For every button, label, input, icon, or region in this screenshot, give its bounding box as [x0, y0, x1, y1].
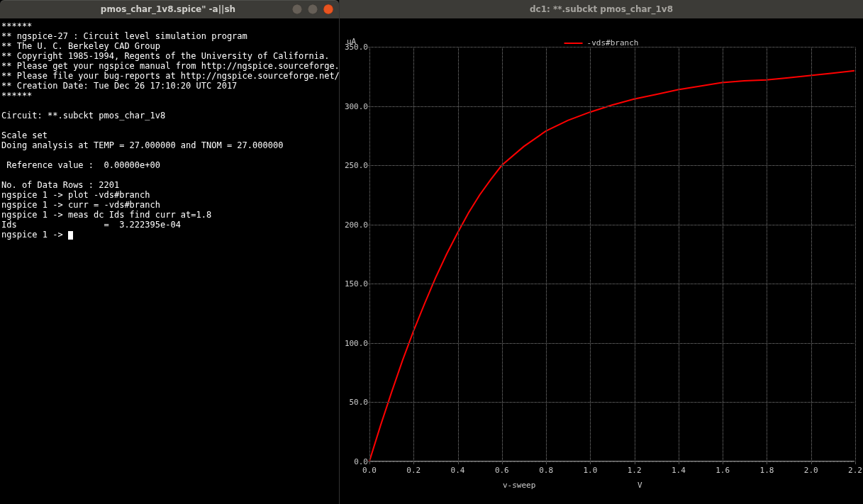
- plot-area[interactable]: uA -vds#branch v-sweep V 0.050.0100.0150…: [340, 18, 863, 504]
- x-tick-label: 2.0: [804, 466, 818, 475]
- chart-line-series: [340, 18, 863, 504]
- x-tick-label: 1.2: [628, 466, 642, 475]
- terminal-window: pmos_char_1v8.spice" -a||sh ****** ** ng…: [0, 0, 339, 504]
- x-tick-label: 2.2: [848, 466, 862, 475]
- y-tick-label: 150.0: [343, 279, 368, 289]
- x-tick-label: 0.0: [362, 466, 377, 475]
- x-tick-label: 0.6: [495, 466, 509, 475]
- plot-window: dc1: **.subckt pmos_char_1v8 uA -vds#bra…: [339, 0, 863, 504]
- y-tick-label: 0.0: [343, 457, 368, 466]
- maximize-icon[interactable]: [308, 4, 318, 14]
- x-tick-label: 0.8: [539, 466, 553, 475]
- close-icon[interactable]: [323, 4, 333, 14]
- x-tick-label: 0.2: [406, 466, 421, 475]
- x-tick-label: 0.4: [451, 466, 465, 475]
- y-tick-label: 350.0: [343, 43, 368, 52]
- y-tick-label: 50.0: [343, 398, 368, 407]
- plot-title: dc1: **.subckt pmos_char_1v8: [530, 4, 673, 14]
- y-tick-label: 300.0: [343, 101, 368, 111]
- minimize-icon[interactable]: [292, 4, 302, 14]
- y-tick-label: 250.0: [343, 161, 368, 170]
- x-tick-label: 1.0: [583, 466, 597, 475]
- terminal-title: pmos_char_1v8.spice" -a||sh: [44, 4, 292, 14]
- y-tick-label: 200.0: [343, 220, 368, 229]
- y-tick-label: 100.0: [343, 338, 368, 347]
- terminal-output[interactable]: ****** ** ngspice-27 : Circuit level sim…: [0, 18, 339, 504]
- plot-titlebar[interactable]: dc1: **.subckt pmos_char_1v8: [340, 0, 863, 18]
- terminal-cursor: [68, 231, 73, 240]
- x-tick-label: 1.8: [760, 466, 774, 475]
- x-axis-label-left: v-sweep: [503, 481, 535, 490]
- x-tick-label: 1.6: [716, 466, 730, 475]
- x-axis-label-right: V: [637, 481, 642, 490]
- x-tick-label: 1.4: [672, 466, 686, 475]
- terminal-titlebar[interactable]: pmos_char_1v8.spice" -a||sh: [0, 0, 339, 18]
